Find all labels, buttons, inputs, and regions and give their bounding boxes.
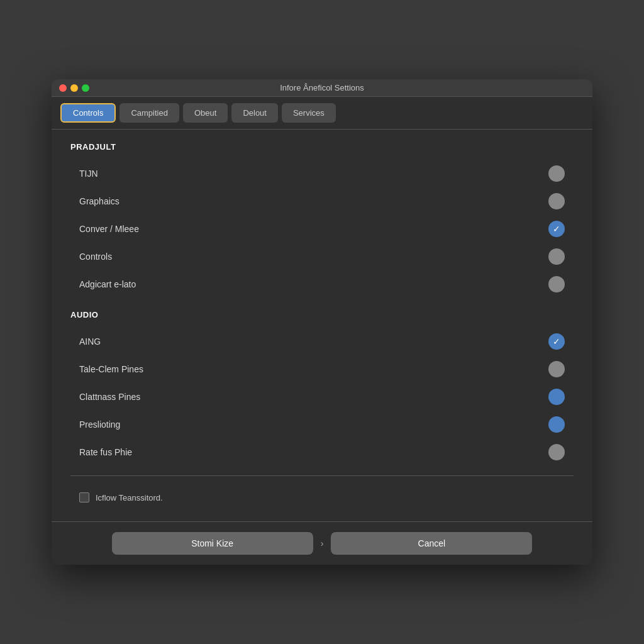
- setting-row-tijn: TIJN: [70, 160, 574, 187]
- toggle-conver-mleee[interactable]: ✓: [548, 221, 565, 237]
- setting-label-controls: Controls: [79, 252, 112, 262]
- tab-campitied[interactable]: Campitied: [119, 103, 179, 123]
- arrow-icon: ›: [321, 538, 324, 548]
- setting-label-graphaics: Graphaics: [79, 196, 119, 206]
- toggle-rate-fus-phie[interactable]: [548, 444, 565, 460]
- section-title-audio: AUDIO: [70, 310, 574, 319]
- primary-button[interactable]: Stomi Kize: [112, 532, 313, 555]
- minimize-button[interactable]: [70, 84, 78, 92]
- setting-row-adgicart: Adgicart e-lato: [70, 271, 574, 297]
- icflow-checkbox[interactable]: [79, 492, 89, 502]
- tab-obeut[interactable]: Obeut: [183, 103, 228, 123]
- titlebar: Infore Âneficol Settions: [52, 79, 592, 97]
- close-button[interactable]: [59, 84, 67, 92]
- toggle-tale-clem-pines[interactable]: [548, 361, 565, 377]
- setting-row-rate-fus-phie: Rate fus Phie: [70, 439, 574, 465]
- tab-delout[interactable]: Delout: [231, 103, 278, 123]
- toggle-aing[interactable]: ✓: [548, 333, 565, 350]
- setting-label-conver-mleee: Conver / Mleee: [79, 224, 139, 234]
- setting-row-clattnass-pines: Clattnass Pines: [70, 384, 574, 410]
- window-title: Infore Âneficol Settions: [280, 83, 364, 92]
- setting-label-tale-clem-pines: Tale-Clem Pines: [79, 364, 143, 374]
- setting-row-controls: Controls: [70, 243, 574, 270]
- maximize-button[interactable]: [82, 84, 89, 92]
- setting-row-conver-mleee: Conver / Mleee ✓: [70, 216, 574, 242]
- setting-label-tijn: TIJN: [79, 169, 98, 179]
- checkbox-row: Icflow Teanssitord.: [70, 486, 574, 509]
- app-window: Infore Âneficol Settions Controls Campit…: [52, 79, 592, 565]
- section-title-pradjult: PRADJULT: [70, 142, 574, 152]
- toggle-adgicart[interactable]: [548, 276, 565, 292]
- setting-row-preslioting: Preslioting: [70, 411, 574, 438]
- toggle-clattnass-pines[interactable]: [548, 389, 565, 405]
- setting-row-graphaics: Graphaics: [70, 188, 574, 214]
- setting-label-aing: AING: [79, 336, 101, 347]
- setting-row-aing: AING ✓: [70, 328, 574, 355]
- cancel-button[interactable]: Cancel: [331, 532, 532, 555]
- toggle-tijn[interactable]: [548, 165, 565, 182]
- checkbox-label: Icflow Teanssitord.: [96, 493, 163, 502]
- setting-label-adgicart: Adgicart e-lato: [79, 279, 136, 289]
- setting-label-preslioting: Preslioting: [79, 419, 120, 430]
- tab-controls[interactable]: Controls: [60, 103, 116, 123]
- content-area: PRADJULT TIJN Graphaics Conver / Mleee ✓…: [52, 130, 592, 521]
- tab-bar: Controls Campitied Obeut Delout Services: [52, 97, 592, 130]
- toggle-graphaics[interactable]: [548, 193, 565, 209]
- toggle-controls[interactable]: [548, 248, 565, 265]
- divider: [70, 475, 574, 476]
- toggle-preslioting[interactable]: [548, 416, 565, 433]
- window-controls: [59, 84, 89, 92]
- setting-label-rate-fus-phie: Rate fus Phie: [79, 447, 132, 457]
- footer: Stomi Kize › Cancel: [52, 521, 592, 565]
- setting-label-clattnass-pines: Clattnass Pines: [79, 392, 140, 402]
- tab-services[interactable]: Services: [282, 103, 336, 123]
- setting-row-tale-clem-pines: Tale-Clem Pines: [70, 356, 574, 382]
